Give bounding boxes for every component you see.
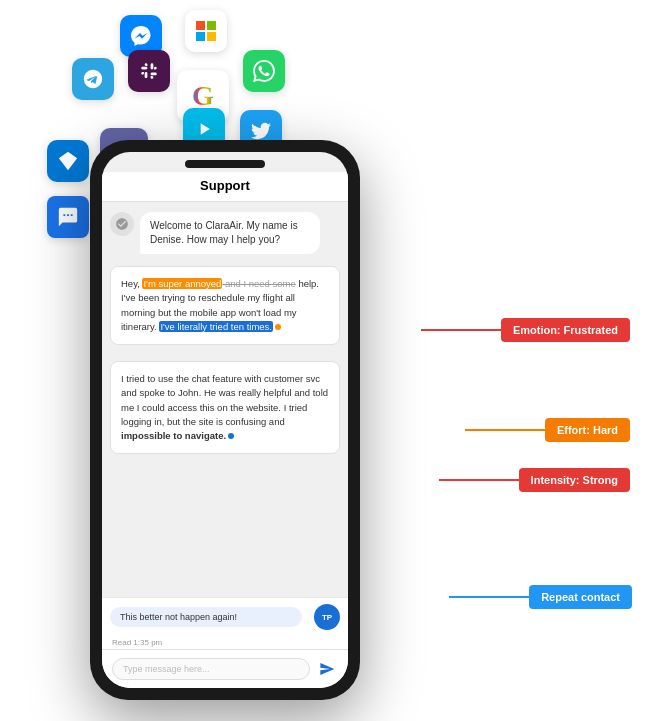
diamond-icon — [47, 140, 89, 182]
svg-rect-1 — [207, 21, 216, 30]
survey-icon — [47, 196, 89, 238]
strong-line — [439, 479, 519, 481]
bot-welcome-message: Welcome to ClaraAir. My name is Denise. … — [110, 212, 340, 254]
read-time-text: Read 1:35 pm — [112, 638, 162, 647]
message-input-row: Type message here... — [102, 649, 348, 688]
repeat-line — [449, 596, 529, 598]
bot-bubble: Welcome to ClaraAir. My name is Denise. … — [140, 212, 320, 254]
hard-line — [465, 429, 545, 431]
whatsapp-icon — [243, 50, 285, 92]
phone-header: Support — [102, 172, 348, 202]
phone-notch — [185, 160, 265, 168]
strong-label: Intensity: Strong — [519, 468, 630, 492]
phone-frame: Support Welcome to ClaraAir. My name is … — [90, 140, 360, 700]
highlighted-message-1: Hey, I'm super annoyed and I need some h… — [110, 266, 340, 345]
messenger-icon — [120, 15, 162, 57]
input-placeholder-text: Type message here... — [123, 664, 210, 674]
hard-label-text: Effort: Hard — [557, 424, 618, 436]
second-message: I tried to use the chat feature with cus… — [110, 361, 340, 454]
slack-icon — [128, 50, 170, 92]
strong-label-text: Intensity: Strong — [531, 474, 618, 486]
phone-container: Support Welcome to ClaraAir. My name is … — [90, 140, 360, 700]
user-bubble: This better not happen again! — [110, 607, 302, 627]
frustrated-label: Emotion: Frustrated — [501, 318, 630, 342]
user-initials: TP — [322, 613, 332, 622]
message-prefix: Hey, — [121, 278, 142, 289]
user-message-row: This better not happen again! TP Read 1:… — [102, 597, 348, 649]
second-message-text: I tried to use the chat feature with cus… — [121, 373, 328, 427]
user-avatar: TP — [314, 604, 340, 630]
svg-rect-2 — [196, 32, 205, 41]
user-message-text: This better not happen again! — [120, 612, 237, 622]
annotation-repeat: Repeat contact — [449, 585, 632, 609]
read-time: Read 1:35 pm — [102, 636, 348, 649]
hard-label: Effort: Hard — [545, 418, 630, 442]
effort-dot — [275, 324, 281, 330]
svg-rect-3 — [207, 32, 216, 41]
repeat-label: Repeat contact — [529, 585, 632, 609]
google-icon: G — [177, 70, 229, 122]
highlighted-super-annoyed: I'm super annoyed — [142, 278, 222, 289]
repeat-label-text: Repeat contact — [541, 591, 620, 603]
frustrated-label-text: Emotion: Frustrated — [513, 324, 618, 336]
message-input-placeholder[interactable]: Type message here... — [112, 658, 310, 680]
highlighted-tried-ten-times: I've literally tried ten times. — [159, 321, 273, 332]
phone-header-title: Support — [200, 178, 250, 193]
annotation-hard: Effort: Hard — [465, 418, 630, 442]
send-icon[interactable] — [316, 658, 338, 680]
windows-icon — [185, 10, 227, 52]
annotation-frustrated: Emotion: Frustrated — [421, 318, 630, 342]
strikethrough-text: and I need some — [222, 278, 295, 289]
telegram-icon — [72, 58, 114, 100]
impossible-to-navigate: impossible to navigate. — [121, 430, 226, 441]
svg-rect-0 — [196, 21, 205, 30]
frustrated-line — [421, 329, 501, 331]
bot-avatar — [110, 212, 134, 236]
intensity-dot — [228, 433, 234, 439]
annotation-strong: Intensity: Strong — [439, 468, 630, 492]
chat-area: Welcome to ClaraAir. My name is Denise. … — [102, 202, 348, 597]
phone-screen: Support Welcome to ClaraAir. My name is … — [102, 152, 348, 688]
bot-welcome-text: Welcome to ClaraAir. My name is Denise. … — [150, 220, 298, 245]
